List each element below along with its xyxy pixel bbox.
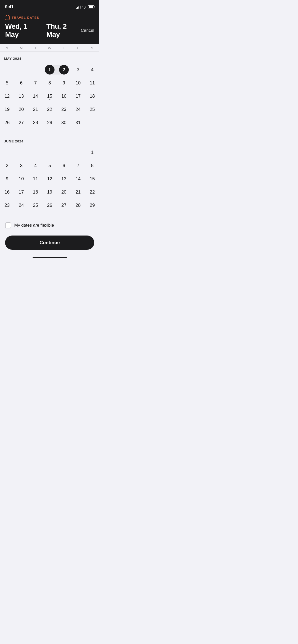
jun-day-21[interactable]: 21: [73, 187, 83, 197]
jun-day-6[interactable]: 6: [59, 161, 69, 170]
may-day-6[interactable]: 6: [17, 78, 26, 88]
jun-day-11-cell[interactable]: 11: [28, 172, 43, 185]
jun-day-8[interactable]: 8: [87, 161, 97, 170]
may-day-2-cell[interactable]: 2: [57, 63, 71, 76]
may-day-9-cell[interactable]: 9: [57, 76, 71, 90]
may-day-14[interactable]: 14: [31, 91, 40, 101]
jun-day-18[interactable]: 18: [31, 187, 40, 197]
jun-day-23-cell[interactable]: 23: [0, 199, 14, 212]
jun-day-20[interactable]: 20: [59, 187, 69, 197]
may-day-30-cell[interactable]: 30: [57, 116, 71, 129]
may-day-15-cell[interactable]: 15: [43, 90, 57, 103]
jun-day-10-cell[interactable]: 10: [14, 172, 29, 185]
may-day-9[interactable]: 9: [59, 78, 69, 88]
jun-day-26[interactable]: 26: [45, 200, 55, 210]
jun-day-27-cell[interactable]: 27: [57, 199, 71, 212]
jun-day-29-cell[interactable]: 29: [85, 199, 99, 212]
may-day-10-cell[interactable]: 10: [71, 76, 85, 90]
jun-day-19-cell[interactable]: 19: [43, 185, 57, 199]
may-day-17-cell[interactable]: 17: [71, 90, 85, 103]
jun-day-28[interactable]: 28: [73, 200, 83, 210]
may-day-23-cell[interactable]: 23: [57, 103, 71, 116]
may-day-5[interactable]: 5: [2, 78, 12, 88]
continue-button[interactable]: Continue: [5, 236, 94, 250]
flexible-dates-checkbox[interactable]: [5, 222, 11, 228]
may-day-24[interactable]: 24: [73, 105, 83, 114]
jun-day-18-cell[interactable]: 18: [28, 185, 43, 199]
may-day-1[interactable]: 1: [45, 65, 55, 75]
jun-day-14[interactable]: 14: [73, 174, 83, 184]
jun-day-3-cell[interactable]: 3: [14, 159, 29, 172]
may-day-17[interactable]: 17: [73, 91, 83, 101]
may-day-24-cell[interactable]: 24: [71, 103, 85, 116]
jun-day-25[interactable]: 25: [31, 200, 40, 210]
may-day-12[interactable]: 12: [2, 91, 12, 101]
may-day-28[interactable]: 28: [31, 118, 40, 127]
may-day-4-cell[interactable]: 4: [85, 63, 99, 76]
may-day-11[interactable]: 11: [87, 78, 97, 88]
jun-day-29[interactable]: 29: [87, 200, 97, 210]
may-day-29[interactable]: 29: [45, 118, 55, 127]
jun-day-9[interactable]: 9: [2, 174, 12, 184]
may-day-8[interactable]: 8: [45, 78, 55, 88]
may-day-16-cell[interactable]: 16: [57, 90, 71, 103]
jun-day-12[interactable]: 12: [45, 174, 55, 184]
jun-day-13-cell[interactable]: 13: [57, 172, 71, 185]
may-day-26-cell[interactable]: 26: [0, 116, 14, 129]
may-day-31-cell[interactable]: 31: [71, 116, 85, 129]
may-day-18-cell[interactable]: 18: [85, 90, 99, 103]
may-day-16[interactable]: 16: [59, 91, 69, 101]
jun-day-10[interactable]: 10: [17, 174, 26, 184]
may-day-3-cell[interactable]: 3: [71, 63, 85, 76]
jun-day-21-cell[interactable]: 21: [71, 185, 85, 199]
may-day-23[interactable]: 23: [59, 105, 69, 114]
jun-day-22[interactable]: 22: [87, 187, 97, 197]
end-date[interactable]: Thu, 2 May: [46, 22, 81, 39]
may-day-18[interactable]: 18: [87, 91, 97, 101]
may-day-31[interactable]: 31: [73, 118, 83, 127]
jun-day-6-cell[interactable]: 6: [57, 159, 71, 172]
jun-day-27[interactable]: 27: [59, 200, 69, 210]
jun-day-22-cell[interactable]: 22: [85, 185, 99, 199]
jun-day-13[interactable]: 13: [59, 174, 69, 184]
jun-day-9-cell[interactable]: 9: [0, 172, 14, 185]
may-day-7[interactable]: 7: [31, 78, 40, 88]
may-day-27-cell[interactable]: 27: [14, 116, 29, 129]
may-day-19-cell[interactable]: 19: [0, 103, 14, 116]
jun-day-8-cell[interactable]: 8: [85, 159, 99, 172]
jun-day-17-cell[interactable]: 17: [14, 185, 29, 199]
may-day-19[interactable]: 19: [2, 105, 12, 114]
may-day-11-cell[interactable]: 11: [85, 76, 99, 90]
jun-day-5-cell[interactable]: 5: [43, 159, 57, 172]
may-day-13[interactable]: 13: [17, 91, 26, 101]
jun-day-28-cell[interactable]: 28: [71, 199, 85, 212]
may-day-21[interactable]: 21: [31, 105, 40, 114]
jun-day-19[interactable]: 19: [45, 187, 55, 197]
jun-day-16-cell[interactable]: 16: [0, 185, 14, 199]
jun-day-15[interactable]: 15: [87, 174, 97, 184]
jun-day-2[interactable]: 2: [2, 161, 12, 170]
may-day-28-cell[interactable]: 28: [28, 116, 43, 129]
jun-day-3[interactable]: 3: [17, 161, 26, 170]
jun-day-4-cell[interactable]: 4: [28, 159, 43, 172]
may-day-4[interactable]: 4: [87, 65, 97, 75]
jun-day-14-cell[interactable]: 14: [71, 172, 85, 185]
may-day-27[interactable]: 27: [17, 118, 26, 127]
may-day-2[interactable]: 2: [59, 65, 69, 75]
jun-day-25-cell[interactable]: 25: [28, 199, 43, 212]
may-day-22-cell[interactable]: 22: [43, 103, 57, 116]
jun-day-1[interactable]: 1: [87, 148, 97, 157]
jun-day-24-cell[interactable]: 24: [14, 199, 29, 212]
jun-day-7[interactable]: 7: [73, 161, 83, 170]
jun-day-2-cell[interactable]: 2: [0, 159, 14, 172]
jun-day-26-cell[interactable]: 26: [43, 199, 57, 212]
may-day-29-cell[interactable]: 29: [43, 116, 57, 129]
may-day-26[interactable]: 26: [2, 118, 12, 127]
jun-day-4[interactable]: 4: [31, 161, 40, 170]
may-day-14-cell[interactable]: 14: [28, 90, 43, 103]
may-day-13-cell[interactable]: 13: [14, 90, 29, 103]
may-day-22[interactable]: 22: [45, 105, 55, 114]
cancel-button[interactable]: Cancel: [81, 27, 94, 34]
may-day-3[interactable]: 3: [73, 65, 83, 75]
jun-day-24[interactable]: 24: [17, 200, 26, 210]
